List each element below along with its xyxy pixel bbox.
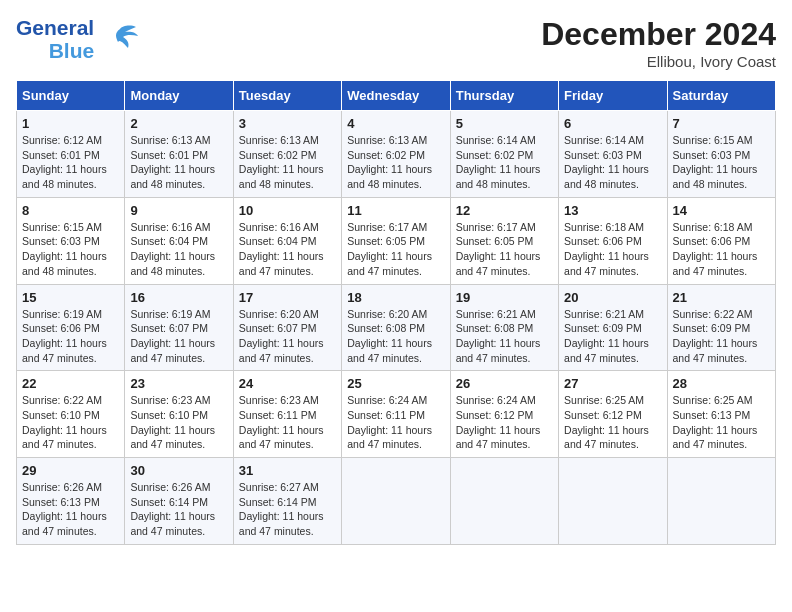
calendar-cell: 29Sunrise: 6:26 AMSunset: 6:13 PMDayligh… xyxy=(17,458,125,545)
day-info-line: Daylight: 11 hours xyxy=(673,249,770,264)
calendar-cell: 6Sunrise: 6:14 AMSunset: 6:03 PMDaylight… xyxy=(559,111,667,198)
day-info-line: Sunrise: 6:26 AM xyxy=(22,480,119,495)
day-info-line: Sunset: 6:01 PM xyxy=(22,148,119,163)
day-content: Sunrise: 6:19 AMSunset: 6:06 PMDaylight:… xyxy=(22,307,119,366)
calendar-cell xyxy=(450,458,558,545)
day-number: 21 xyxy=(673,290,770,305)
day-number: 23 xyxy=(130,376,227,391)
day-info-line: Sunset: 6:14 PM xyxy=(239,495,336,510)
day-content: Sunrise: 6:22 AMSunset: 6:09 PMDaylight:… xyxy=(673,307,770,366)
day-info-line: Sunrise: 6:16 AM xyxy=(239,220,336,235)
day-info-line: and 48 minutes. xyxy=(22,177,119,192)
day-info-line: and 47 minutes. xyxy=(130,351,227,366)
day-content: Sunrise: 6:23 AMSunset: 6:10 PMDaylight:… xyxy=(130,393,227,452)
day-info-line: Sunset: 6:11 PM xyxy=(347,408,444,423)
day-info-line: Sunset: 6:01 PM xyxy=(130,148,227,163)
day-number: 11 xyxy=(347,203,444,218)
day-info-line: and 47 minutes. xyxy=(347,264,444,279)
day-content: Sunrise: 6:14 AMSunset: 6:02 PMDaylight:… xyxy=(456,133,553,192)
calendar-cell: 24Sunrise: 6:23 AMSunset: 6:11 PMDayligh… xyxy=(233,371,341,458)
day-info-line: Sunrise: 6:16 AM xyxy=(130,220,227,235)
calendar-cell: 31Sunrise: 6:27 AMSunset: 6:14 PMDayligh… xyxy=(233,458,341,545)
day-info-line: Sunrise: 6:19 AM xyxy=(130,307,227,322)
day-info-line: Sunrise: 6:25 AM xyxy=(564,393,661,408)
day-info-line: and 47 minutes. xyxy=(347,437,444,452)
day-info-line: Sunset: 6:06 PM xyxy=(22,321,119,336)
calendar-cell: 19Sunrise: 6:21 AMSunset: 6:08 PMDayligh… xyxy=(450,284,558,371)
day-info-line: Sunset: 6:07 PM xyxy=(130,321,227,336)
calendar-cell xyxy=(342,458,450,545)
day-info-line: Sunset: 6:03 PM xyxy=(673,148,770,163)
day-info-line: Daylight: 11 hours xyxy=(130,423,227,438)
day-number: 1 xyxy=(22,116,119,131)
day-content: Sunrise: 6:22 AMSunset: 6:10 PMDaylight:… xyxy=(22,393,119,452)
day-info-line: Daylight: 11 hours xyxy=(347,249,444,264)
day-info-line: Sunrise: 6:22 AM xyxy=(673,307,770,322)
day-info-line: and 48 minutes. xyxy=(22,264,119,279)
day-info-line: Sunset: 6:05 PM xyxy=(456,234,553,249)
day-info-line: and 48 minutes. xyxy=(130,264,227,279)
day-info-line: Sunrise: 6:13 AM xyxy=(239,133,336,148)
day-info-line: Sunset: 6:11 PM xyxy=(239,408,336,423)
day-info-line: and 47 minutes. xyxy=(347,351,444,366)
day-content: Sunrise: 6:17 AMSunset: 6:05 PMDaylight:… xyxy=(456,220,553,279)
day-info-line: Sunset: 6:03 PM xyxy=(564,148,661,163)
day-info-line: Sunrise: 6:24 AM xyxy=(347,393,444,408)
day-info-line: Daylight: 11 hours xyxy=(564,249,661,264)
day-content: Sunrise: 6:23 AMSunset: 6:11 PMDaylight:… xyxy=(239,393,336,452)
day-info-line: and 47 minutes. xyxy=(239,264,336,279)
day-info-line: Sunrise: 6:20 AM xyxy=(239,307,336,322)
day-info-line: Daylight: 11 hours xyxy=(456,249,553,264)
calendar-cell: 10Sunrise: 6:16 AMSunset: 6:04 PMDayligh… xyxy=(233,197,341,284)
day-number: 4 xyxy=(347,116,444,131)
day-info-line: Sunrise: 6:19 AM xyxy=(22,307,119,322)
day-info-line: Daylight: 11 hours xyxy=(130,509,227,524)
day-info-line: Daylight: 11 hours xyxy=(22,509,119,524)
day-number: 13 xyxy=(564,203,661,218)
day-number: 7 xyxy=(673,116,770,131)
day-info-line: Sunset: 6:03 PM xyxy=(22,234,119,249)
day-info-line: and 48 minutes. xyxy=(564,177,661,192)
logo-general: General xyxy=(16,16,94,39)
day-info-line: Sunrise: 6:20 AM xyxy=(347,307,444,322)
day-info-line: and 47 minutes. xyxy=(456,437,553,452)
day-info-line: Daylight: 11 hours xyxy=(239,162,336,177)
calendar-cell: 22Sunrise: 6:22 AMSunset: 6:10 PMDayligh… xyxy=(17,371,125,458)
day-number: 24 xyxy=(239,376,336,391)
day-content: Sunrise: 6:20 AMSunset: 6:07 PMDaylight:… xyxy=(239,307,336,366)
day-content: Sunrise: 6:17 AMSunset: 6:05 PMDaylight:… xyxy=(347,220,444,279)
calendar-cell: 26Sunrise: 6:24 AMSunset: 6:12 PMDayligh… xyxy=(450,371,558,458)
day-info-line: Sunrise: 6:21 AM xyxy=(564,307,661,322)
col-header-thursday: Thursday xyxy=(450,81,558,111)
day-info-line: Sunrise: 6:13 AM xyxy=(347,133,444,148)
calendar-cell: 16Sunrise: 6:19 AMSunset: 6:07 PMDayligh… xyxy=(125,284,233,371)
day-info-line: Daylight: 11 hours xyxy=(564,162,661,177)
day-info-line: Daylight: 11 hours xyxy=(22,249,119,264)
day-info-line: and 47 minutes. xyxy=(564,351,661,366)
day-info-line: and 47 minutes. xyxy=(564,437,661,452)
day-number: 10 xyxy=(239,203,336,218)
calendar-cell: 8Sunrise: 6:15 AMSunset: 6:03 PMDaylight… xyxy=(17,197,125,284)
calendar-cell xyxy=(667,458,775,545)
calendar-cell: 30Sunrise: 6:26 AMSunset: 6:14 PMDayligh… xyxy=(125,458,233,545)
day-info-line: and 47 minutes. xyxy=(564,264,661,279)
day-content: Sunrise: 6:16 AMSunset: 6:04 PMDaylight:… xyxy=(130,220,227,279)
day-number: 8 xyxy=(22,203,119,218)
day-info-line: and 48 minutes. xyxy=(239,177,336,192)
day-content: Sunrise: 6:21 AMSunset: 6:08 PMDaylight:… xyxy=(456,307,553,366)
day-content: Sunrise: 6:18 AMSunset: 6:06 PMDaylight:… xyxy=(564,220,661,279)
day-info-line: and 47 minutes. xyxy=(22,524,119,539)
day-info-line: Sunrise: 6:26 AM xyxy=(130,480,227,495)
calendar-cell: 14Sunrise: 6:18 AMSunset: 6:06 PMDayligh… xyxy=(667,197,775,284)
day-info-line: Sunset: 6:13 PM xyxy=(22,495,119,510)
day-content: Sunrise: 6:15 AMSunset: 6:03 PMDaylight:… xyxy=(22,220,119,279)
day-info-line: and 48 minutes. xyxy=(347,177,444,192)
day-info-line: and 48 minutes. xyxy=(673,177,770,192)
day-info-line: and 47 minutes. xyxy=(239,351,336,366)
day-info-line: Sunrise: 6:12 AM xyxy=(22,133,119,148)
day-info-line: and 47 minutes. xyxy=(239,524,336,539)
day-number: 28 xyxy=(673,376,770,391)
calendar-cell: 4Sunrise: 6:13 AMSunset: 6:02 PMDaylight… xyxy=(342,111,450,198)
day-info-line: and 47 minutes. xyxy=(673,437,770,452)
day-info-line: Daylight: 11 hours xyxy=(673,162,770,177)
